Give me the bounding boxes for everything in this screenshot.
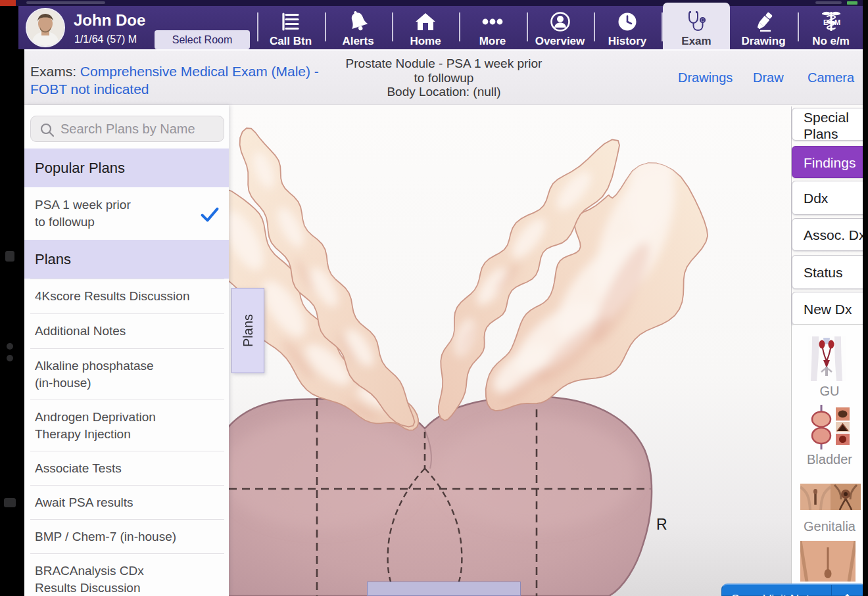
svg-text:E: E — [823, 18, 828, 26]
svg-text:R: R — [656, 516, 667, 533]
svg-text:M: M — [834, 18, 840, 26]
